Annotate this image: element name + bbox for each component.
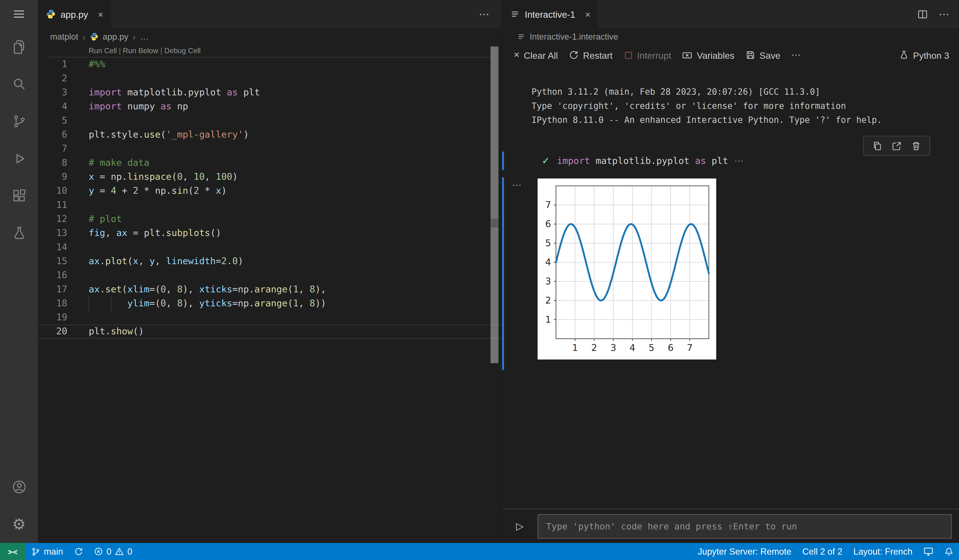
code-line-20[interactable]: 20plt.show()	[38, 325, 502, 339]
banner-line: Python 3.11.2 (main, Feb 28 2023, 20:07:…	[532, 85, 959, 99]
matplotlib-plot: 12345671234567	[538, 178, 716, 360]
svg-text:2: 2	[545, 295, 551, 305]
interactive-breadcrumb: Interactive-1.interactive	[502, 28, 959, 45]
code-lines: 1#%%23import matplotlib.pyplot as plt4im…	[38, 57, 502, 339]
codelens-run-cell[interactable]: Run Cell	[89, 46, 117, 55]
remote-indicator[interactable]: ><	[0, 543, 25, 560]
sidebar-item-extensions[interactable]	[0, 177, 38, 215]
input-placeholder: Type 'python' code here and press ⇧Enter…	[546, 521, 797, 531]
code-line-6[interactable]: 6plt.style.use('_mpl-gallery')	[38, 128, 502, 142]
kernel-picker[interactable]: Python 3	[899, 50, 959, 60]
save-icon	[746, 50, 755, 60]
editor-tab-bar: app.py × ⋯	[38, 0, 502, 28]
svg-text:7: 7	[687, 342, 693, 353]
menu-button[interactable]	[0, 0, 38, 28]
line-number: 17	[38, 283, 67, 297]
svg-text:1: 1	[572, 342, 578, 353]
gear-icon: ⚙	[12, 517, 26, 532]
kernel-flask-icon	[899, 50, 909, 60]
problems-indicator[interactable]: 0 0	[89, 543, 138, 560]
code-editor[interactable]: Run Cell | Run Below | Debug Cell 1#%%23…	[38, 45, 502, 543]
accounts-button[interactable]	[0, 468, 38, 506]
jupyter-server-indicator[interactable]: Jupyter Server: Remote	[692, 543, 797, 560]
interrupt-button[interactable]: Interrupt	[618, 48, 677, 62]
collapsed-input-icon[interactable]: …	[512, 177, 523, 188]
layout-indicator[interactable]: Layout: French	[848, 543, 918, 560]
codelens-debug-cell[interactable]: Debug Cell	[164, 46, 201, 55]
code-line-14[interactable]: 14	[38, 240, 502, 255]
save-button[interactable]: Save	[740, 48, 786, 62]
status-bar: >< main 0 0 Jupyter Server: Remote Cell …	[0, 543, 959, 560]
codelens-run-below[interactable]: Run Below	[123, 46, 158, 55]
banner-line: Type 'copyright', 'credits' or 'license'…	[532, 99, 959, 113]
breadcrumb-file[interactable]: app.py	[103, 32, 128, 41]
run-input-icon[interactable]: ▷	[502, 520, 538, 532]
breadcrumb-more[interactable]: …	[140, 32, 148, 41]
code-line-18[interactable]: 18 ylim=(0, 8), yticks=np.arange(1, 8))	[38, 297, 502, 310]
remote-explorer-button[interactable]	[918, 543, 939, 560]
code-line-19[interactable]: 19	[38, 310, 502, 325]
code-line-16[interactable]: 16	[38, 268, 502, 282]
activity-bar: ⚙	[0, 0, 38, 543]
executed-cell[interactable]: ✓ import matplotlib.pyplot as plt ⋯	[502, 151, 959, 170]
cell-expand-icon[interactable]: ⋯	[734, 155, 743, 166]
python-file-icon	[90, 32, 99, 41]
restart-icon	[569, 50, 578, 60]
branch-indicator[interactable]: main	[25, 543, 68, 560]
tab-interactive-1[interactable]: Interactive-1 ×	[502, 0, 599, 28]
code-line-8[interactable]: 8# make data	[38, 156, 502, 170]
cell-position-indicator[interactable]: Cell 2 of 2	[797, 543, 848, 560]
code-line-4[interactable]: 4import numpy as np	[38, 100, 502, 113]
python-banner: Python 3.11.2 (main, Feb 28 2023, 20:07:…	[532, 85, 959, 127]
breadcrumb-folder[interactable]: matplot	[50, 32, 78, 41]
cell-success-icon: ✓	[542, 155, 550, 166]
close-tab-icon[interactable]: ×	[585, 9, 590, 19]
split-editor-icon[interactable]	[918, 9, 928, 19]
toolbar-more-icon[interactable]: ⋯	[786, 48, 806, 62]
open-external-icon[interactable]	[892, 141, 902, 151]
code-line-5[interactable]: 5	[38, 114, 502, 128]
code-line-13[interactable]: 13fig, ax = plt.subplots()	[38, 226, 502, 240]
interactive-input-area: ▷ Type 'python' code here and press ⇧Ent…	[502, 509, 959, 543]
interactive-window-icon	[517, 32, 526, 41]
interactive-code-input[interactable]: Type 'python' code here and press ⇧Enter…	[538, 514, 951, 538]
interactive-tab-bar: Interactive-1 × ⋯	[502, 0, 959, 28]
copy-icon[interactable]	[872, 141, 882, 151]
line-number: 10	[38, 184, 67, 198]
editor-more-actions-icon[interactable]: ⋯	[479, 8, 489, 21]
code-line-15[interactable]: 15ax.plot(x, y, linewidth=2.0)	[38, 255, 502, 268]
code-line-10[interactable]: 10y = 4 + 2 * np.sin(2 * x)	[38, 184, 502, 198]
sidebar-item-testing[interactable]	[0, 215, 38, 252]
code-line-11[interactable]: 11	[38, 198, 502, 212]
indent-guide	[89, 297, 89, 310]
code-line-1[interactable]: 1#%%	[38, 57, 502, 72]
tab-label: app.py	[61, 9, 88, 19]
code-line-12[interactable]: 12# plot	[38, 212, 502, 226]
output-cell[interactable]: … 12345671234567	[502, 177, 959, 370]
restart-button[interactable]: Restart	[564, 48, 618, 62]
sidebar-item-explorer[interactable]	[0, 28, 38, 65]
search-icon	[11, 76, 27, 92]
tab-app-py[interactable]: app.py ×	[38, 0, 111, 28]
variables-button[interactable]: Variables	[677, 48, 740, 62]
panel-more-actions-icon[interactable]: ⋯	[939, 8, 949, 21]
code-line-9[interactable]: 9x = np.linspace(0, 10, 100)	[38, 170, 502, 184]
breadcrumb-item[interactable]: Interactive-1.interactive	[530, 32, 618, 41]
clear-all-button[interactable]: × Clear All	[508, 48, 564, 62]
close-tab-icon[interactable]: ×	[98, 9, 103, 19]
trash-icon[interactable]	[911, 141, 921, 151]
interactive-output: Python 3.11.2 (main, Feb 28 2023, 20:07:…	[502, 65, 959, 509]
code-line-2[interactable]: 2	[38, 72, 502, 86]
settings-button[interactable]: ⚙	[0, 506, 38, 543]
editor-scrollbar[interactable]	[491, 46, 499, 363]
code-line-7[interactable]: 7	[38, 142, 502, 156]
notifications-button[interactable]	[939, 543, 959, 560]
source-control-icon	[11, 114, 27, 129]
sidebar-item-run-debug[interactable]	[0, 140, 38, 177]
interactive-toolbar: × Clear All Restart Interrupt Variables	[502, 45, 959, 65]
code-line-17[interactable]: 17ax.set(xlim=(0, 8), xticks=np.arange(1…	[38, 283, 502, 297]
sync-indicator[interactable]	[68, 543, 89, 560]
code-line-3[interactable]: 3import matplotlib.pyplot as plt	[38, 86, 502, 100]
sidebar-item-source-control[interactable]	[0, 103, 38, 140]
sidebar-item-search[interactable]	[0, 65, 38, 103]
